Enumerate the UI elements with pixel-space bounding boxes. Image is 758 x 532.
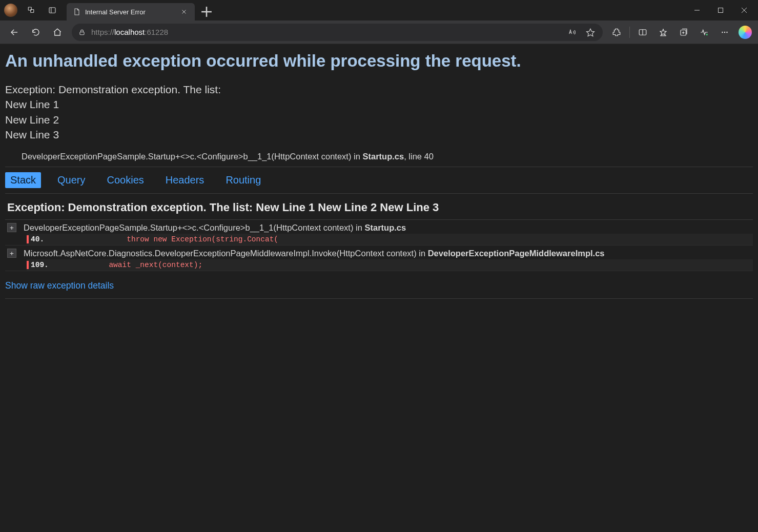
frame-callsite-text: DeveloperExceptionPageSample.Startup+<>c… — [24, 223, 364, 232]
detail-tabs: Stack Query Cookies Headers Routing — [5, 167, 753, 194]
window-titlebar: Internal Server Error — [0, 0, 758, 21]
svg-rect-2 — [49, 8, 55, 13]
address-bar[interactable]: https://localhost:61228 — [72, 24, 603, 41]
stack-frame-header: + DeveloperExceptionPageSample.Startup+<… — [5, 220, 753, 234]
maximize-button[interactable] — [709, 0, 732, 21]
svg-marker-14 — [587, 29, 595, 36]
read-aloud-icon[interactable] — [567, 27, 577, 37]
url-port: :61228 — [145, 28, 168, 36]
expand-frame-button[interactable]: + — [7, 223, 16, 232]
workspaces-icon[interactable] — [22, 0, 42, 21]
url-text: https://localhost:61228 — [91, 28, 168, 36]
source-file: Startup.cs — [362, 152, 404, 161]
stack-frame: + Microsoft.AspNetCore.Diagnostics.Devel… — [5, 245, 753, 271]
expand-frame-button[interactable]: + — [7, 249, 16, 258]
new-tab-button[interactable] — [198, 3, 215, 21]
code-line: 109. await _next(context); — [27, 259, 753, 271]
toolbar-right — [607, 22, 754, 43]
code-line: 40. throw new Exception(string.Concat( — [27, 234, 753, 245]
close-window-button[interactable] — [732, 0, 756, 21]
error-marker — [27, 235, 29, 243]
frame-file: Startup.cs — [364, 223, 406, 232]
code-text: await _next(context); — [55, 261, 202, 269]
tab-cookies[interactable]: Cookies — [102, 172, 149, 188]
browser-toolbar: https://localhost:61228 — [0, 21, 758, 44]
source-line: , line 40 — [404, 152, 434, 161]
collections-icon[interactable] — [674, 22, 693, 43]
more-menu-icon[interactable] — [715, 22, 734, 43]
page-content: An unhandled exception occurred while pr… — [0, 44, 758, 532]
url-host: localhost — [114, 28, 145, 36]
copilot-icon[interactable] — [739, 26, 752, 39]
close-tab-button[interactable] — [178, 6, 190, 17]
refresh-button[interactable] — [26, 22, 46, 43]
svg-point-23 — [722, 31, 723, 32]
minimize-button[interactable] — [685, 0, 709, 21]
favorites-list-icon[interactable] — [653, 22, 673, 43]
tab-title: Internal Server Error — [85, 8, 146, 16]
split-screen-icon[interactable] — [633, 22, 652, 43]
error-marker — [27, 261, 29, 269]
exception-message: Exception: Demonstration exception. The … — [5, 82, 753, 142]
show-raw-link[interactable]: Show raw exception details — [5, 280, 114, 295]
performance-icon[interactable] — [694, 22, 714, 43]
back-button[interactable] — [4, 22, 25, 43]
extensions-icon[interactable] — [607, 22, 626, 43]
frame-callsite-text: Microsoft.AspNetCore.Diagnostics.Develop… — [24, 249, 428, 258]
toolbar-separator — [629, 27, 630, 38]
tab-routing[interactable]: Routing — [220, 172, 266, 188]
svg-marker-17 — [660, 29, 666, 35]
line-number: 40. — [31, 235, 55, 243]
svg-point-25 — [726, 31, 727, 32]
stack-section-heading: Exception: Demonstration exception. The … — [5, 194, 753, 220]
divider — [5, 298, 753, 299]
svg-point-24 — [724, 31, 725, 32]
line-number: 109. — [31, 261, 55, 269]
tab-actions-icon[interactable] — [42, 0, 63, 21]
page-title: An unhandled exception occurred while pr… — [5, 51, 753, 71]
home-button[interactable] — [47, 22, 68, 43]
stack-frame-header: + Microsoft.AspNetCore.Diagnostics.Devel… — [5, 245, 753, 259]
stack-frame: + DeveloperExceptionPageSample.Startup+<… — [5, 220, 753, 245]
code-text: throw new Exception(string.Concat( — [55, 235, 278, 243]
browser-tab[interactable]: Internal Server Error — [67, 3, 195, 21]
source-callsite: DeveloperExceptionPageSample.Startup+<>c… — [22, 152, 362, 161]
svg-point-22 — [706, 33, 708, 35]
exception-source: DeveloperExceptionPageSample.Startup+<>c… — [22, 152, 753, 161]
file-icon — [73, 8, 81, 16]
frame-file: DeveloperExceptionPageMiddlewareImpl.cs — [428, 249, 605, 258]
tab-query[interactable]: Query — [52, 172, 90, 188]
svg-rect-9 — [719, 8, 723, 13]
url-scheme: https:// — [91, 28, 114, 36]
stack-frame-callsite: DeveloperExceptionPageSample.Startup+<>c… — [24, 223, 406, 233]
tab-stack[interactable]: Stack — [5, 172, 41, 188]
window-controls — [685, 0, 756, 21]
profile-avatar[interactable] — [4, 4, 17, 17]
stack-frame-callsite: Microsoft.AspNetCore.Diagnostics.Develop… — [24, 249, 605, 258]
svg-rect-13 — [80, 32, 84, 34]
lock-icon — [78, 28, 86, 36]
favorite-icon[interactable] — [585, 27, 596, 37]
tab-headers[interactable]: Headers — [160, 172, 210, 188]
